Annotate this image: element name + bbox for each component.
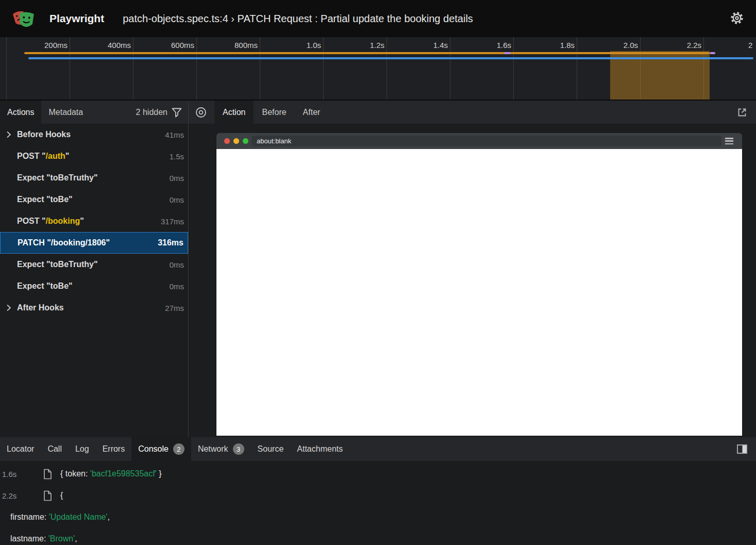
timeline-tick: 2 [748, 41, 756, 49]
tab-source-label: Source [258, 444, 284, 454]
action-duration: 41ms [165, 130, 188, 139]
action-item-after-hooks[interactable]: After Hooks 27ms [0, 297, 188, 319]
tab-before-label: Before [262, 108, 286, 117]
minimize-window-icon [233, 138, 239, 144]
timeline-tick: 1.0s [277, 41, 321, 49]
action-title: Before Hooks [17, 130, 71, 139]
action-title: After Hooks [17, 303, 64, 312]
address-bar: about:blank [251, 136, 721, 146]
console-entry-continuation: firstname: 'Updated Name', [0, 506, 756, 528]
close-window-icon [224, 138, 230, 144]
timeline-gridline [6, 37, 7, 100]
hidden-actions-filter[interactable]: 2 hidden [136, 107, 188, 118]
timeline-tick: 400ms [87, 41, 131, 49]
open-snapshot-external-icon[interactable] [736, 107, 748, 118]
toggle-layout-icon[interactable] [736, 444, 748, 454]
console-timestamp: 1.6s [0, 470, 43, 478]
console-message: firstname: 'Updated Name', [10, 513, 110, 522]
tab-action[interactable]: Action [214, 101, 254, 124]
timeline-page-bar [28, 57, 753, 59]
trace-viewer: Playwright patch-objects.spec.ts:4 › PAT… [0, 0, 756, 545]
document-icon [43, 469, 52, 480]
app-title: Playwright [49, 12, 104, 25]
action-list: Before Hooks 41ms POST "/auth" 1.5s Expe… [0, 124, 188, 437]
action-duration: 0ms [170, 260, 188, 269]
console-count-badge: 2 [173, 443, 184, 455]
tab-locator-label: Locator [7, 444, 34, 454]
tab-actions-label: Actions [7, 108, 34, 117]
timeline-gridline [323, 37, 324, 100]
action-duration: 317ms [161, 217, 188, 226]
timeline-tick: 2.2s [657, 41, 701, 49]
timeline-tick: 1.4s [404, 41, 448, 49]
tab-log[interactable]: Log [69, 437, 96, 461]
tab-attachments[interactable]: Attachments [290, 437, 349, 461]
timeline-gridline [133, 37, 133, 100]
console-list: 1.6s { token: 'bacf1e598535acf' } 2.2s {… [0, 461, 756, 545]
action-item-expect-tobetruthy[interactable]: Expect "toBeTruthy" 0ms [0, 167, 188, 189]
browser-chrome: about:blank [216, 133, 742, 149]
timeline-gridline [577, 37, 577, 100]
timeline-tick: 1.6s [467, 41, 511, 49]
timeline-tick: 600ms [150, 41, 194, 49]
console-entry: 1.6s { token: 'bacf1e598535acf' } [0, 463, 756, 485]
timeline-gridline [260, 37, 260, 100]
timeline-gridline [513, 37, 514, 100]
console-message: { [60, 491, 63, 500]
filter-icon [172, 107, 182, 118]
tab-console-label: Console [138, 444, 169, 454]
timeline-gridline [387, 37, 387, 100]
action-item-patch-booking-selected[interactable]: PATCH "/booking/1806" 316ms [0, 232, 188, 254]
action-duration: 1.5s [170, 152, 188, 161]
tab-action-label: Action [223, 108, 245, 117]
tab-after[interactable]: After [295, 101, 329, 124]
action-item-post-auth[interactable]: POST "/auth" 1.5s [0, 145, 188, 167]
tab-metadata-label: Metadata [48, 108, 83, 117]
document-icon [43, 490, 52, 501]
timeline-tick: 1.2s [340, 41, 384, 49]
timeline-request-bar [24, 52, 710, 54]
timeline-tick: 800ms [213, 41, 258, 49]
action-title: Expect "toBeTruthy" [17, 260, 98, 269]
tab-errors[interactable]: Errors [96, 437, 132, 461]
pick-locator-icon[interactable] [195, 106, 207, 119]
tab-before[interactable]: Before [254, 101, 294, 124]
tab-source[interactable]: Source [251, 437, 291, 461]
action-duration: 0ms [170, 195, 188, 204]
action-title: Expect "toBe" [17, 195, 73, 204]
timeline-gridline [70, 37, 70, 100]
tab-metadata[interactable]: Metadata [41, 101, 90, 124]
action-item-expect-tobe[interactable]: Expect "toBe" 0ms [0, 189, 188, 210]
tab-call[interactable]: Call [41, 437, 69, 461]
console-entry: 2.2s { [0, 485, 756, 506]
breadcrumb: patch-objects.spec.ts:4 › PATCH Request … [123, 13, 473, 25]
main-panel: Action Before After [189, 101, 756, 437]
tab-locator[interactable]: Locator [0, 437, 41, 461]
traffic-lights [224, 138, 248, 144]
tab-log-label: Log [75, 444, 89, 454]
action-title: Expect "toBeTruthy" [17, 173, 98, 183]
action-duration: 0ms [170, 174, 188, 183]
tab-after-label: After [303, 108, 321, 117]
action-item-before-hooks[interactable]: Before Hooks 41ms [0, 124, 188, 145]
action-duration: 316ms [158, 238, 188, 247]
tab-console[interactable]: Console 2 [131, 437, 191, 461]
gear-icon[interactable] [729, 10, 745, 26]
tab-network[interactable]: Network 3 [191, 437, 251, 461]
bottom-toolbar: Locator Call Log Errors Console 2 Networ… [0, 437, 756, 461]
hidden-count-label: 2 hidden [136, 108, 167, 117]
action-item-expect-tobetruthy[interactable]: Expect "toBeTruthy" 0ms [0, 254, 188, 275]
console-entry-continuation: lastname: 'Brown', [0, 528, 756, 545]
timeline[interactable]: 200ms 400ms 600ms 800ms 1.0s 1.2s 1.4s 1… [0, 37, 756, 101]
action-item-expect-tobe[interactable]: Expect "toBe" 0ms [0, 275, 188, 297]
tab-attachments-label: Attachments [297, 444, 343, 454]
tab-actions[interactable]: Actions [0, 101, 41, 124]
bottom-panel: Locator Call Log Errors Console 2 Networ… [0, 437, 756, 545]
action-item-post-booking[interactable]: POST "/booking" 317ms [0, 210, 188, 232]
action-duration: 27ms [165, 304, 188, 312]
browser-snapshot: about:blank [216, 133, 742, 436]
chevron-right-icon[interactable] [5, 130, 13, 139]
chevron-right-icon[interactable] [5, 304, 13, 312]
action-title: PATCH "/booking/1806" [18, 238, 110, 247]
playwright-logo-icon [12, 7, 36, 30]
